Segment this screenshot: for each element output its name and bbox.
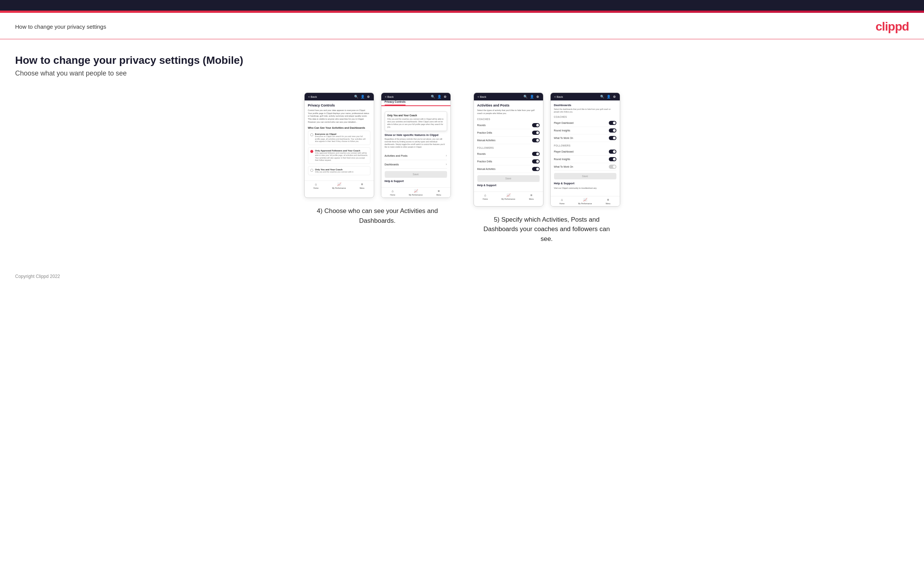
- tab-bar-4b: Privacy Controls: [381, 100, 451, 106]
- profile-icon[interactable]: 👤: [360, 95, 365, 98]
- nav-home-4a[interactable]: ⌂ Home: [305, 182, 328, 189]
- help-5a: Help & Support: [477, 182, 540, 189]
- home-label-5b: Home: [559, 202, 564, 205]
- rounds-coaches-toggle[interactable]: [532, 123, 540, 127]
- nav-menu-5b[interactable]: ≡ Menu: [597, 198, 620, 205]
- radio-approved[interactable]: [310, 150, 313, 153]
- more-icon[interactable]: ⊕: [367, 95, 370, 98]
- top-bar: [0, 0, 924, 11]
- profile-icon-5a[interactable]: 👤: [530, 95, 534, 98]
- menu-icon-4b: ≡: [438, 189, 439, 193]
- manual-coaches-label: Manual Activities: [477, 139, 496, 142]
- screen-5b: < Back 🔍 👤 ⊕ Dashboards Select the dashb…: [550, 92, 620, 206]
- menu-icon-5b: ≡: [607, 198, 609, 201]
- player-dash-followers-toggle[interactable]: [609, 150, 616, 154]
- search-icon[interactable]: 🔍: [354, 95, 358, 98]
- more-icon-5b[interactable]: ⊕: [613, 95, 616, 98]
- nav-performance-5a[interactable]: 📈 My Performance: [497, 193, 520, 200]
- performance-label-4b: My Performance: [409, 194, 423, 196]
- performance-icon-4a: 📈: [337, 182, 341, 186]
- screen-5a-nav: < Back 🔍 👤 ⊕: [474, 93, 543, 100]
- dashboards-screen-title: Dashboards: [554, 103, 616, 107]
- nav-menu-5a[interactable]: ≡ Menu: [520, 193, 543, 200]
- back-button-5a[interactable]: < Back: [478, 95, 486, 98]
- round-insights-coaches-toggle[interactable]: [609, 128, 616, 132]
- what-to-work-coaches-toggle[interactable]: [609, 136, 616, 140]
- more-icon-4b[interactable]: ⊕: [444, 95, 447, 98]
- drills-followers-toggle[interactable]: [532, 160, 540, 163]
- performance-icon-5b: 📈: [583, 198, 587, 201]
- screen-4b-bottom-nav: ⌂ Home 📈 My Performance ≡ Menu: [381, 187, 451, 198]
- nav-home-4b[interactable]: ⌂ Home: [381, 189, 404, 196]
- search-icon-4b[interactable]: 🔍: [431, 95, 435, 98]
- what-to-work-followers-label: What To Work On: [554, 165, 573, 168]
- toggle-rounds-followers: Rounds: [477, 150, 540, 158]
- back-button-5b[interactable]: < Back: [554, 95, 563, 98]
- radio-everyone[interactable]: [310, 133, 313, 136]
- player-dash-followers-label: Player Dashboard: [554, 150, 573, 153]
- option-only-you-desc: Only you and the coaches you connect wit…: [315, 171, 368, 173]
- drills-coaches-toggle[interactable]: [532, 131, 540, 135]
- what-to-work-followers-toggle[interactable]: [609, 164, 616, 169]
- player-dash-coaches-label: Player Dashboard: [554, 122, 573, 124]
- option-approved[interactable]: Only Approved Followers and Your Coach O…: [308, 147, 370, 164]
- dashboards-item[interactable]: Dashboards ›: [385, 160, 447, 169]
- footer: Copyright Clippd 2022: [0, 266, 924, 287]
- back-button-4b[interactable]: < Back: [385, 95, 394, 98]
- dashboards-chevron: ›: [446, 162, 447, 166]
- option-only-you[interactable]: Only You and Your Coach Only you and the…: [308, 166, 370, 176]
- profile-icon-4b[interactable]: 👤: [437, 95, 441, 98]
- rounds-followers-toggle[interactable]: [532, 152, 540, 156]
- save-button-5a[interactable]: Save: [477, 175, 540, 182]
- who-can-see-label: Who Can See Your Activities and Dashboar…: [308, 126, 370, 129]
- screenshots-section: < Back 🔍 👤 ⊕ Privacy Controls Control ho…: [15, 92, 909, 243]
- activities-posts-item[interactable]: Activities and Posts ›: [385, 152, 447, 160]
- screen-5b-bottom-nav: ⌂ Home 📈 My Performance ≡ Menu: [551, 196, 620, 206]
- player-dash-coaches-toggle[interactable]: [609, 121, 616, 125]
- option-everyone[interactable]: Everyone on Clippd Everyone on Clippd ca…: [308, 131, 370, 145]
- save-button-5b[interactable]: Save: [554, 173, 616, 179]
- screen-4b-content: Only You and Your Coach Only you and the…: [381, 108, 451, 187]
- more-icon-5a[interactable]: ⊕: [536, 95, 539, 98]
- nav-performance-4a[interactable]: 📈 My Performance: [328, 182, 351, 189]
- tab-privacy-controls[interactable]: Privacy Controls: [385, 100, 406, 105]
- menu-icon-4a: ≡: [361, 182, 363, 186]
- profile-icon-5b[interactable]: 👤: [607, 95, 611, 98]
- help-title-5b: Help & Support: [554, 182, 616, 185]
- home-icon-4b: ⌂: [391, 189, 393, 193]
- round-insights-followers-toggle[interactable]: [609, 157, 616, 161]
- dashboards-label: Dashboards: [385, 163, 399, 166]
- screen-5a-bottom-nav: ⌂ Home 📈 My Performance ≡ Menu: [474, 192, 543, 201]
- help-desc-5b: Visit our Clippd community to troublesho…: [554, 187, 616, 190]
- option-approved-desc: Only approved followers and coaches you …: [315, 152, 368, 162]
- manual-coaches-toggle[interactable]: [532, 138, 540, 142]
- activities-posts-label: Activities and Posts: [385, 155, 408, 157]
- activities-chevron: ›: [446, 154, 447, 158]
- nav-icons-4a: 🔍 👤 ⊕: [354, 95, 370, 98]
- save-button-4b[interactable]: Save: [385, 171, 447, 177]
- menu-label-5b: Menu: [606, 202, 611, 205]
- toggle-manual-followers: Manual Activities: [477, 165, 540, 173]
- screen-4a-nav: < Back 🔍 👤 ⊕: [305, 93, 374, 100]
- nav-menu-4a[interactable]: ≡ Menu: [351, 182, 374, 189]
- screen-5b-content: Dashboards Select the dashboards that yo…: [551, 100, 620, 196]
- search-icon-5b[interactable]: 🔍: [600, 95, 604, 98]
- show-hide-text: Regardless of the privacy controls that …: [385, 138, 447, 148]
- search-icon-5a[interactable]: 🔍: [523, 95, 528, 98]
- nav-home-5b[interactable]: ⌂ Home: [551, 198, 573, 205]
- performance-icon-4b: 📈: [414, 189, 418, 193]
- toggle-manual-coaches: Manual Activities: [477, 137, 540, 144]
- nav-menu-4b[interactable]: ≡ Menu: [427, 189, 451, 196]
- nav-icons-4b: 🔍 👤 ⊕: [431, 95, 447, 98]
- back-button-4a[interactable]: < Back: [309, 95, 317, 98]
- toggle-what-to-work-followers: What To Work On: [554, 163, 616, 171]
- coaches-sub-5a: COACHES: [477, 118, 540, 121]
- nav-performance-4b[interactable]: 📈 My Performance: [404, 189, 427, 196]
- rounds-followers-label: Rounds: [477, 153, 486, 155]
- nav-performance-5b[interactable]: 📈 My Performance: [573, 198, 597, 205]
- nav-home-5a[interactable]: ⌂ Home: [474, 193, 497, 200]
- nav-icons-5a: 🔍 👤 ⊕: [523, 95, 539, 98]
- manual-followers-toggle[interactable]: [532, 167, 540, 171]
- radio-only-you[interactable]: [310, 169, 313, 172]
- toggle-player-dash-followers: Player Dashboard: [554, 148, 616, 156]
